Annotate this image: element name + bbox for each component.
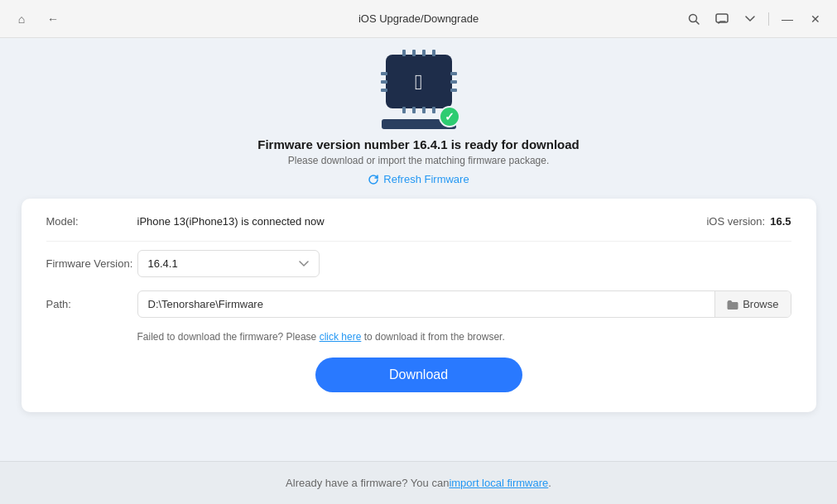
- ios-version-label: iOS version:: [706, 215, 765, 228]
- failed-prefix: Failed to download the firmware? Please: [137, 331, 320, 343]
- dropdown-icon[interactable]: [738, 7, 762, 31]
- browse-label: Browse: [743, 298, 778, 310]
- firmware-version-select[interactable]: 16.4.1: [137, 250, 320, 277]
- titlebar: ⌂ ← iOS Upgrade/Downgrade — ✕: [0, 0, 837, 38]
- refresh-firmware-link[interactable]: Refresh Firmware: [368, 173, 469, 185]
- message-icon[interactable]: [710, 7, 734, 31]
- path-row: Path: Browse: [46, 290, 791, 318]
- chevron-down-icon: [299, 261, 309, 267]
- close-button[interactable]: ✕: [804, 7, 827, 31]
- hero-section:  ✓ Firmware version number 16.4.1 is re…: [257, 55, 579, 185]
- footer-text-prefix: Already have a firmware? You can: [286, 477, 449, 489]
- path-label: Path:: [46, 298, 137, 310]
- home-button[interactable]: ⌂: [10, 7, 33, 31]
- check-badge-icon: ✓: [439, 106, 460, 127]
- model-value: iPhone 13(iPhone13) is connected now: [137, 215, 325, 228]
- search-icon[interactable]: [682, 7, 705, 31]
- failed-suffix: to download it from the browser.: [361, 331, 504, 343]
- ios-version-value: 16.5: [770, 215, 791, 228]
- apple-logo-icon: : [415, 71, 423, 93]
- back-button[interactable]: ←: [41, 7, 65, 31]
- hero-subtitle: Please download or import the matching f…: [288, 155, 550, 166]
- main-content:  ✓ Firmware version number 16.4.1 is re…: [0, 38, 837, 461]
- titlebar-sep: [768, 12, 769, 26]
- refresh-firmware-label: Refresh Firmware: [383, 173, 469, 185]
- download-button[interactable]: Download: [315, 358, 522, 392]
- footer: Already have a firmware? You can import …: [0, 461, 837, 504]
- failed-message: Failed to download the firmware? Please …: [46, 331, 791, 343]
- titlebar-right: — ✕: [682, 7, 827, 31]
- chip-icon:  ✓: [378, 55, 460, 129]
- refresh-icon: [368, 174, 379, 185]
- titlebar-left: ⌂ ←: [10, 7, 65, 31]
- click-here-link[interactable]: click here: [320, 331, 362, 343]
- minimize-button[interactable]: —: [776, 7, 799, 31]
- hero-title: Firmware version number 16.4.1 is ready …: [257, 137, 579, 151]
- svg-line-1: [696, 21, 700, 24]
- model-row: Model: iPhone 13(iPhone13) is connected …: [46, 215, 791, 228]
- window-title: iOS Upgrade/Downgrade: [358, 12, 479, 25]
- info-card: Model: iPhone 13(iPhone13) is connected …: [22, 199, 816, 412]
- firmware-version-selected: 16.4.1: [148, 257, 178, 270]
- firmware-row: Firmware Version: 16.4.1: [46, 250, 791, 277]
- footer-text-suffix: .: [548, 477, 551, 489]
- browse-button[interactable]: Browse: [714, 291, 790, 317]
- firmware-version-label: Firmware Version:: [46, 257, 137, 270]
- model-label: Model:: [46, 215, 137, 228]
- import-local-firmware-link[interactable]: import local firmware: [449, 477, 548, 489]
- ios-version-section: iOS version: 16.5: [706, 215, 791, 228]
- folder-icon: [727, 300, 738, 310]
- divider: [46, 241, 791, 242]
- path-input[interactable]: [138, 291, 715, 317]
- path-input-wrap: Browse: [137, 290, 791, 318]
